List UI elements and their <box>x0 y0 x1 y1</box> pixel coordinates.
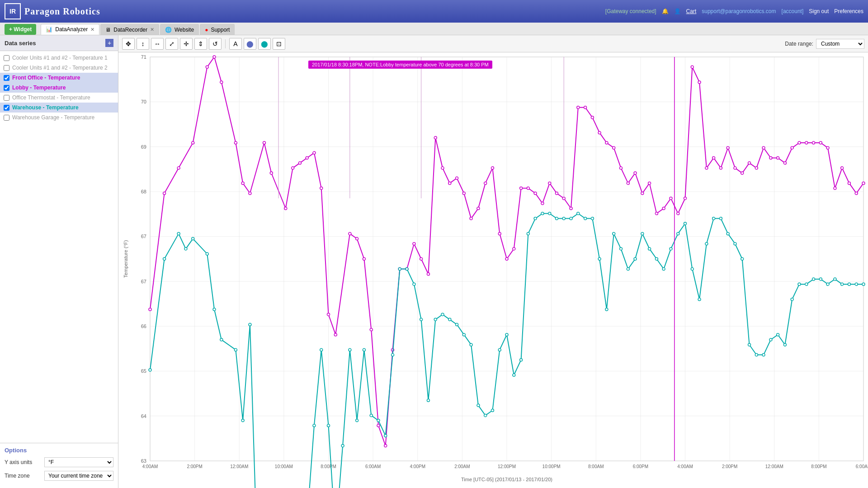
tab-dataanalyzer[interactable]: 📊 DataAnalyzer ✕ <box>41 24 99 35</box>
series-checkbox-warehousegarage[interactable] <box>4 115 9 121</box>
svg-point-67 <box>263 141 265 144</box>
series-item-warehouse[interactable]: Warehouse - Temperature <box>0 103 118 113</box>
preferences-link[interactable]: Preferences <box>834 8 863 14</box>
svg-point-208 <box>591 217 594 220</box>
svg-point-69 <box>284 207 287 210</box>
svg-point-132 <box>741 172 744 174</box>
crop-button[interactable]: ⊡ <box>273 38 285 50</box>
toolbar-separator-1 <box>225 39 226 48</box>
color-button[interactable]: ⬤ <box>258 38 271 50</box>
zoom-y-button[interactable]: ↕ <box>137 38 149 50</box>
svg-point-226 <box>719 217 722 220</box>
svg-point-192 <box>477 404 480 407</box>
svg-text:6:00PM: 6:00PM <box>633 464 648 469</box>
y-axis-units-row: Y axis units °F °C K <box>5 457 113 467</box>
svg-text:10:00AM: 10:00AM <box>275 464 293 469</box>
time-zone-select[interactable]: Your current time zone UTC UTC-05:00 <box>44 471 113 481</box>
svg-point-142 <box>812 141 815 144</box>
svg-point-145 <box>834 187 836 190</box>
refresh-button[interactable]: ↺ <box>209 38 222 50</box>
svg-point-137 <box>777 157 779 160</box>
series-item-warehousegarage[interactable]: Warehouse Garage - Temperature <box>0 113 118 122</box>
series-checkbox-cooler1[interactable] <box>4 55 9 61</box>
fill-button[interactable]: ⬤ <box>244 38 256 50</box>
bell-icon[interactable]: 🔔 <box>662 8 669 14</box>
options-section: Options Y axis units °F °C K Time zone Y… <box>0 443 118 488</box>
date-range-select[interactable]: Custom Last 24 hours Last 7 days Last 30… <box>816 39 864 49</box>
svg-point-153 <box>184 248 187 250</box>
sign-out-link[interactable]: Sign out <box>809 8 829 14</box>
series-label-lobby: Lobby - Temperature <box>12 84 114 91</box>
svg-point-111 <box>591 116 594 119</box>
website-icon: 🌐 <box>165 27 172 33</box>
tab-website[interactable]: 🌐 Website <box>160 24 199 35</box>
widget-button[interactable]: + Widget <box>5 24 36 35</box>
series-checkbox-frontoffice[interactable] <box>4 75 9 81</box>
svg-point-108 <box>570 207 572 210</box>
series-checkbox-officethermostat[interactable] <box>4 95 9 101</box>
svg-point-103 <box>534 192 537 195</box>
svg-point-170 <box>320 348 323 351</box>
bluetooth-button[interactable]: ✛ <box>180 38 193 50</box>
zoom-xy-button[interactable]: ⤢ <box>165 38 178 50</box>
svg-point-117 <box>634 172 637 174</box>
user-icon[interactable]: 👤 <box>674 8 681 14</box>
svg-point-243 <box>841 283 844 286</box>
svg-point-123 <box>677 212 679 215</box>
add-series-button[interactable]: + <box>105 39 113 47</box>
svg-point-114 <box>613 146 615 149</box>
header: IR Paragon Robotics [Gateway connected] … <box>0 0 868 23</box>
zoom-x-button[interactable]: ↔ <box>151 38 164 50</box>
series-item-cooler2[interactable]: Cooler Units #1 and #2 - Temperature 2 <box>0 63 118 73</box>
svg-point-81 <box>377 424 380 427</box>
svg-text:6:00AM: 6:00AM <box>365 464 381 469</box>
svg-point-232 <box>762 353 765 356</box>
tabs-row: + Widget 📊 DataAnalyzer ✕ 🖥 DataRecorder… <box>0 23 868 35</box>
svg-point-91 <box>448 182 451 184</box>
series-checkbox-warehouse[interactable] <box>4 105 9 111</box>
tab-support[interactable]: ● Support <box>200 24 235 35</box>
svg-point-227 <box>726 232 729 235</box>
series-checkbox-cooler2[interactable] <box>4 65 9 71</box>
svg-point-185 <box>427 399 429 402</box>
svg-point-203 <box>555 217 558 220</box>
cart-link[interactable]: Cart <box>686 8 697 14</box>
svg-point-89 <box>434 136 437 139</box>
svg-text:8:00AM: 8:00AM <box>588 464 604 469</box>
svg-point-193 <box>484 414 487 417</box>
svg-text:12:00PM: 12:00PM <box>498 464 516 469</box>
svg-point-104 <box>541 202 544 205</box>
zoom-fit-button[interactable]: ⇕ <box>194 38 207 50</box>
svg-point-120 <box>655 212 658 215</box>
series-item-lobby[interactable]: Lobby - Temperature <box>0 83 118 93</box>
svg-point-100 <box>513 248 515 250</box>
svg-point-151 <box>163 258 166 260</box>
logo-icon: IR <box>5 3 21 19</box>
series-label-cooler1: Cooler Units #1 and #2 - Temperature 1 <box>12 55 114 61</box>
tab-dataanalyzer-close[interactable]: ✕ <box>90 27 94 33</box>
series-item-officethermostat[interactable]: Office Thermostat - Temperature <box>0 93 118 103</box>
series-item-frontoffice[interactable]: Front Office - Temperature <box>0 73 118 83</box>
svg-point-59 <box>177 167 180 169</box>
svg-point-216 <box>648 248 651 250</box>
svg-point-64 <box>234 141 237 144</box>
account-link[interactable]: [account] <box>782 8 804 14</box>
pan-tool-button[interactable]: ✥ <box>122 38 135 50</box>
series-checkbox-lobby[interactable] <box>4 85 9 91</box>
svg-point-176 <box>363 348 365 351</box>
svg-point-133 <box>748 162 751 164</box>
y-axis-units-select[interactable]: °F °C K <box>44 457 113 467</box>
svg-point-218 <box>662 267 665 270</box>
svg-point-130 <box>726 146 729 149</box>
series-item-cooler1[interactable]: Cooler Units #1 and #2 - Temperature 1 <box>0 53 118 63</box>
tab-website-label: Website <box>175 27 194 33</box>
svg-point-215 <box>641 232 644 235</box>
tab-datarecorder[interactable]: 🖥 DataRecorder ✕ <box>100 24 159 35</box>
svg-point-201 <box>541 212 544 215</box>
svg-point-206 <box>577 212 580 215</box>
data-series-list: Cooler Units #1 and #2 - Temperature 1Co… <box>0 51 118 443</box>
svg-point-221 <box>684 222 687 225</box>
text-button[interactable]: A <box>229 38 242 50</box>
svg-point-169 <box>313 424 316 427</box>
tab-datarecorder-close[interactable]: ✕ <box>150 27 154 33</box>
